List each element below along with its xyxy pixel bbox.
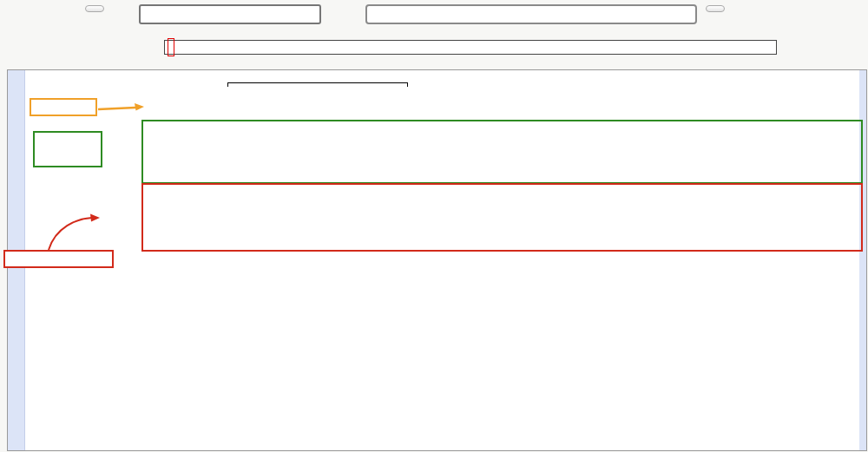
genome-browser-page bbox=[0, 0, 868, 452]
go-button[interactable] bbox=[706, 5, 725, 12]
track-image-panel bbox=[7, 69, 867, 451]
conservation-annotation-label bbox=[3, 250, 114, 268]
position-input[interactable] bbox=[139, 4, 321, 24]
amino-acids-annotation-label bbox=[33, 131, 102, 167]
ideogram-bands[interactable] bbox=[164, 40, 777, 55]
chromosome-ideogram bbox=[89, 36, 777, 57]
multi-region-button[interactable] bbox=[85, 5, 104, 12]
right-drag-handle[interactable] bbox=[859, 70, 866, 450]
ideogram-position-marker bbox=[168, 38, 174, 56]
scale-bracket bbox=[227, 82, 408, 87]
search-input[interactable] bbox=[365, 4, 697, 24]
codons-annotation-label bbox=[30, 98, 97, 116]
